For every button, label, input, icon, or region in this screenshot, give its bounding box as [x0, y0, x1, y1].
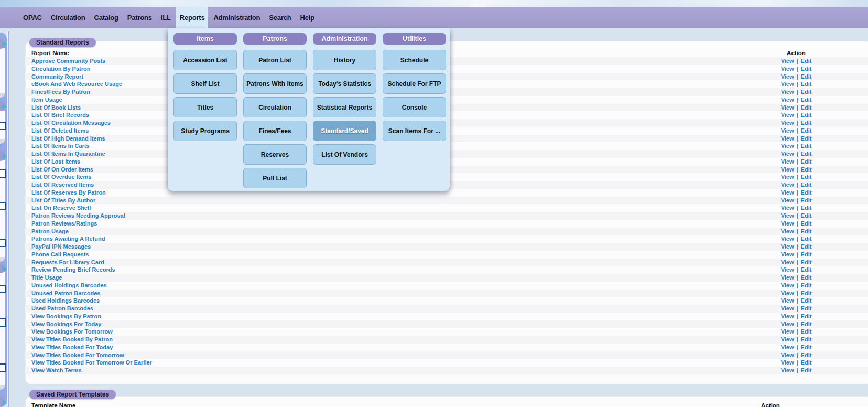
view-link[interactable]: View — [781, 290, 794, 296]
menubar-item[interactable]: Search — [265, 7, 295, 28]
edit-link[interactable]: Edit — [801, 344, 812, 350]
edit-link[interactable]: Edit — [801, 251, 812, 258]
edit-link[interactable]: Edit — [801, 112, 812, 118]
view-link[interactable]: View — [781, 151, 794, 157]
view-link[interactable]: View — [781, 274, 794, 281]
menubar-item[interactable]: Catalog — [91, 7, 122, 28]
menu-button[interactable]: Reserves — [243, 144, 307, 165]
view-link[interactable]: View — [781, 112, 794, 118]
edit-link[interactable]: Edit — [801, 97, 812, 103]
view-link[interactable]: View — [781, 266, 794, 273]
edit-link[interactable]: Edit — [801, 189, 812, 196]
view-link[interactable]: View — [781, 58, 794, 64]
edit-link[interactable]: Edit — [801, 212, 812, 219]
menubar-item[interactable]: Circulation — [47, 7, 89, 28]
menu-button[interactable]: Pull List — [243, 168, 307, 188]
view-link[interactable]: View — [781, 220, 794, 227]
menubar-item[interactable]: Patrons — [124, 7, 156, 28]
edit-link[interactable]: Edit — [801, 166, 812, 173]
checkbox[interactable] — [0, 202, 6, 210]
view-link[interactable]: View — [781, 344, 794, 350]
edit-link[interactable]: Edit — [801, 313, 812, 319]
menubar-item[interactable]: Reports — [176, 7, 209, 28]
edit-link[interactable]: Edit — [801, 282, 812, 288]
view-link[interactable]: View — [781, 73, 794, 80]
edit-link[interactable]: Edit — [801, 243, 812, 250]
edit-link[interactable]: Edit — [801, 328, 812, 335]
menu-button[interactable]: Schedule For FTP — [383, 73, 446, 94]
edit-link[interactable]: Edit — [801, 58, 812, 64]
edit-link[interactable]: Edit — [801, 297, 812, 304]
edit-link[interactable]: Edit — [801, 367, 812, 373]
edit-link[interactable]: Edit — [801, 127, 812, 134]
view-link[interactable]: View — [781, 81, 794, 87]
edit-link[interactable]: Edit — [801, 266, 812, 273]
view-link[interactable]: View — [781, 66, 794, 72]
menubar-item[interactable]: Help — [297, 7, 318, 28]
view-link[interactable]: View — [781, 243, 794, 250]
edit-link[interactable]: Edit — [801, 228, 812, 234]
view-link[interactable]: View — [781, 189, 794, 196]
view-link[interactable]: View — [781, 352, 794, 358]
view-link[interactable]: View — [781, 205, 794, 211]
edit-link[interactable]: Edit — [801, 197, 812, 204]
view-link[interactable]: View — [781, 97, 794, 103]
menu-button[interactable]: Standard/Saved — [313, 121, 376, 141]
view-link[interactable]: View — [781, 89, 794, 95]
collapse-triangle-icon[interactable] — [0, 399, 7, 405]
checkbox[interactable] — [0, 318, 6, 327]
view-link[interactable]: View — [781, 197, 794, 204]
menubar-item[interactable]: Administration — [210, 7, 264, 28]
edit-link[interactable]: Edit — [801, 120, 812, 126]
view-link[interactable]: View — [781, 235, 794, 242]
view-link[interactable]: View — [781, 104, 794, 111]
checkbox[interactable] — [0, 285, 6, 293]
view-link[interactable]: View — [781, 174, 794, 180]
checkbox[interactable] — [0, 239, 6, 247]
menu-button[interactable]: History — [313, 50, 376, 70]
edit-link[interactable]: Edit — [801, 359, 812, 366]
menu-button[interactable]: Titles — [173, 97, 237, 117]
edit-link[interactable]: Edit — [801, 104, 812, 111]
edit-link[interactable]: Edit — [801, 66, 812, 72]
edit-link[interactable]: Edit — [801, 205, 812, 211]
edit-link[interactable]: Edit — [801, 220, 812, 227]
view-link[interactable]: View — [781, 259, 794, 265]
view-link[interactable]: View — [781, 166, 794, 173]
edit-link[interactable]: Edit — [801, 352, 812, 358]
menu-button[interactable]: Circulation — [243, 97, 307, 117]
menu-button[interactable]: Statistical Reports — [313, 97, 376, 117]
edit-link[interactable]: Edit — [801, 158, 812, 165]
menu-button[interactable]: Patrons With Items — [243, 73, 307, 94]
edit-link[interactable]: Edit — [801, 174, 812, 180]
edit-link[interactable]: Edit — [801, 259, 812, 265]
view-link[interactable]: View — [781, 251, 794, 258]
view-link[interactable]: View — [781, 143, 794, 149]
view-link[interactable]: View — [781, 313, 794, 319]
menu-button[interactable]: Schedule — [383, 50, 446, 70]
menu-button[interactable]: List Of Vendors — [313, 144, 376, 165]
view-link[interactable]: View — [781, 181, 794, 188]
view-link[interactable]: View — [781, 328, 794, 335]
edit-link[interactable]: Edit — [801, 89, 812, 95]
edit-link[interactable]: Edit — [801, 81, 812, 87]
edit-link[interactable]: Edit — [801, 305, 812, 312]
menu-button[interactable]: Shelf List — [173, 73, 237, 94]
view-link[interactable]: View — [781, 305, 794, 312]
view-link[interactable]: View — [781, 282, 794, 288]
menu-button[interactable]: Study Programs — [173, 121, 237, 141]
edit-link[interactable]: Edit — [801, 274, 812, 281]
view-link[interactable]: View — [781, 228, 794, 234]
menu-button[interactable]: Accession List — [173, 50, 237, 70]
view-link[interactable]: View — [781, 297, 794, 304]
menu-button[interactable]: Today's Statistics — [313, 73, 376, 94]
edit-link[interactable]: Edit — [801, 235, 812, 242]
edit-link[interactable]: Edit — [801, 135, 812, 142]
edit-link[interactable]: Edit — [801, 181, 812, 188]
view-link[interactable]: View — [781, 359, 794, 366]
view-link[interactable]: View — [781, 127, 794, 134]
menu-button[interactable]: Console — [383, 97, 446, 117]
view-link[interactable]: View — [781, 367, 794, 373]
edit-link[interactable]: Edit — [801, 73, 812, 80]
checkbox[interactable] — [0, 363, 6, 372]
